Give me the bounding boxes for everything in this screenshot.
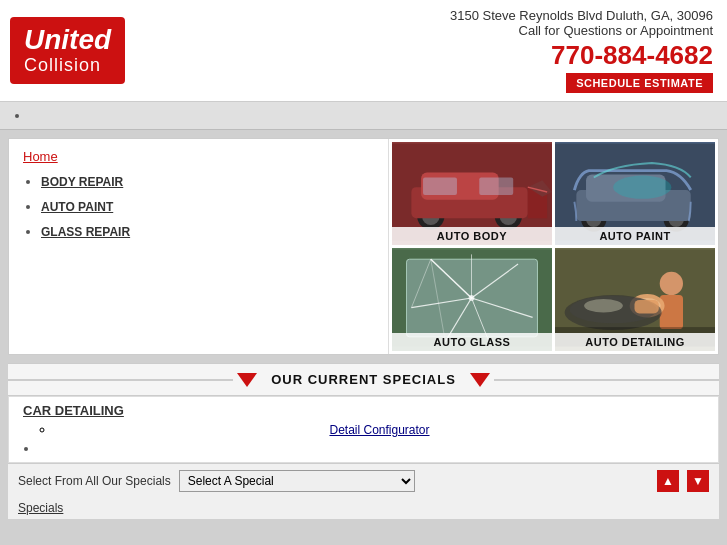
- detail-configurator-link[interactable]: Detail Configurator: [329, 423, 429, 437]
- auto-body-label: AUTO BODY: [392, 227, 552, 245]
- auto-paint-link[interactable]: AUTO PAINT: [41, 200, 113, 214]
- phone-number[interactable]: 770-884-4682: [450, 40, 713, 71]
- select-label: Select From All Our Specials: [18, 474, 171, 488]
- list-item: BODY REPAIR: [41, 174, 374, 189]
- specials-sub-list: Detail Configurator: [23, 422, 704, 437]
- body-repair-link[interactable]: BODY REPAIR: [41, 175, 123, 189]
- specials-header: OUR CURRENT SPECIALS: [8, 364, 719, 395]
- svg-rect-34: [660, 295, 683, 329]
- left-nav: Home BODY REPAIR AUTO PAINT GLASS REPAIR: [9, 139, 389, 354]
- specials-content: CAR DETAILING Detail Configurator: [8, 396, 719, 463]
- list-item: [39, 441, 704, 456]
- detail-configurator-row: Detail Configurator: [55, 423, 704, 437]
- nav-down-button[interactable]: ▼: [687, 470, 709, 492]
- auto-glass-label: AUTO GLASS: [392, 333, 552, 351]
- chevron-left-icon: [237, 373, 257, 387]
- logo-united-text: United: [24, 25, 111, 56]
- svg-rect-40: [635, 300, 659, 314]
- specials-title: OUR CURRENT SPECIALS: [261, 372, 466, 387]
- car-detailing-section: CAR DETAILING: [23, 403, 704, 418]
- car-detailing-link[interactable]: CAR DETAILING: [23, 403, 124, 418]
- header-contact: 3150 Steve Reynolds Blvd Duluth, GA, 300…: [450, 8, 713, 93]
- auto-glass-card[interactable]: AUTO GLASS: [392, 248, 552, 351]
- svg-point-19: [613, 176, 671, 199]
- header: United Collision 3150 Steve Reynolds Blv…: [0, 0, 727, 102]
- list-item: Detail Configurator: [55, 422, 704, 437]
- list-item: AUTO PAINT: [41, 199, 374, 214]
- nav-up-button[interactable]: ▲: [657, 470, 679, 492]
- svg-point-33: [660, 272, 683, 295]
- specials-list: [23, 441, 704, 456]
- auto-body-card[interactable]: AUTO BODY: [392, 142, 552, 245]
- specials-bar: OUR CURRENT SPECIALS: [8, 363, 719, 396]
- logo-collision-text: Collision: [24, 56, 111, 76]
- address-text: 3150 Steve Reynolds Blvd Duluth, GA, 300…: [450, 8, 713, 23]
- chevron-right-icon: [470, 373, 490, 387]
- specials-select[interactable]: Select A Special: [179, 470, 415, 492]
- specials-bottom-link[interactable]: Specials: [18, 501, 63, 515]
- bottom-bar: Select From All Our Specials Select A Sp…: [8, 463, 719, 498]
- svg-rect-10: [423, 177, 457, 194]
- nav-bar: [0, 102, 727, 130]
- logo[interactable]: United Collision: [10, 17, 125, 84]
- schedule-estimate-button[interactable]: SCHEDULE ESTIMATE: [566, 73, 713, 93]
- svg-rect-11: [479, 177, 513, 194]
- svg-point-39: [584, 299, 623, 313]
- home-link[interactable]: Home: [23, 149, 58, 164]
- call-text: Call for Questions or Appointment: [450, 23, 713, 38]
- service-grid: AUTO BODY AUTO PAINT: [389, 139, 718, 354]
- auto-detailing-label: AUTO DETAILING: [555, 333, 715, 351]
- auto-detailing-card[interactable]: AUTO DETAILING: [555, 248, 715, 351]
- svg-point-31: [469, 295, 475, 301]
- nav-bullet: [30, 108, 713, 123]
- nav-list: BODY REPAIR AUTO PAINT GLASS REPAIR: [23, 174, 374, 239]
- glass-repair-link[interactable]: GLASS REPAIR: [41, 225, 130, 239]
- main-content: Home BODY REPAIR AUTO PAINT GLASS REPAIR: [8, 138, 719, 355]
- list-item: GLASS REPAIR: [41, 224, 374, 239]
- auto-paint-label: AUTO PAINT: [555, 227, 715, 245]
- auto-paint-card[interactable]: AUTO PAINT: [555, 142, 715, 245]
